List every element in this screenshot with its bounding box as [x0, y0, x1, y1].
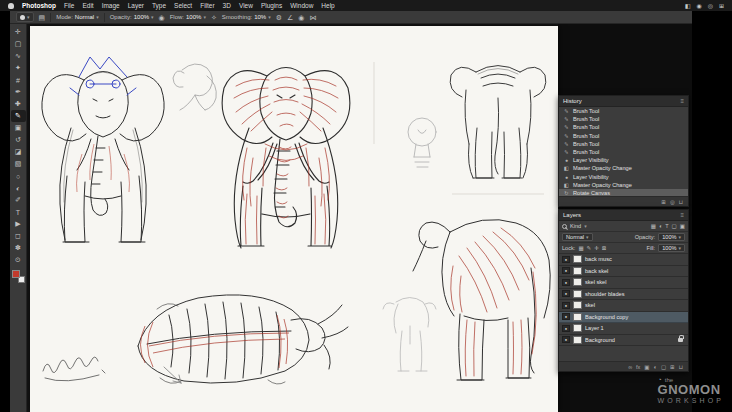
layer-row[interactable]: ●skel skel	[559, 277, 688, 289]
lock-position-icon[interactable]: ✛	[594, 245, 599, 251]
visibility-eye-icon[interactable]: ●	[562, 313, 570, 320]
layer-mask-icon[interactable]: ▣	[644, 364, 649, 370]
delete-state-icon[interactable]: ⊔	[679, 199, 683, 205]
blend-mode-select[interactable]: Normal ▾	[562, 233, 593, 241]
smoothing-field[interactable]: Smoothing: 10% ▾	[222, 14, 271, 20]
brush-preset-picker[interactable]: ▾	[16, 12, 34, 22]
menu-type[interactable]: Type	[152, 2, 166, 9]
visibility-eye-icon[interactable]: ●	[562, 279, 570, 286]
apple-logo-icon[interactable]	[8, 3, 14, 9]
layer-opacity-select[interactable]: 100% ▾	[658, 233, 685, 241]
lock-pixels-icon[interactable]: ✎	[587, 245, 592, 251]
crop-tool-button[interactable]: #	[11, 74, 26, 86]
visibility-eye-icon[interactable]: ●	[562, 267, 570, 274]
healing-tool-button[interactable]: ✚	[11, 98, 26, 110]
layer-thumbnail[interactable]	[573, 267, 582, 275]
history-step[interactable]: ✎Brush Tool	[559, 123, 688, 131]
layer-group-icon[interactable]: ▢	[661, 364, 666, 370]
history-step[interactable]: ✎Brush Tool	[559, 140, 688, 148]
airbrush-icon[interactable]: ✧	[211, 14, 217, 21]
filter-shape-layers-icon[interactable]: ▢	[672, 223, 677, 229]
eraser-tool-button[interactable]: ◪	[11, 146, 26, 158]
visibility-eye-icon[interactable]: ●	[562, 302, 570, 309]
filter-adjustment-layers-icon[interactable]: ◐	[659, 223, 662, 229]
layer-effects-icon[interactable]: fx	[636, 364, 640, 370]
flow-field[interactable]: Flow: 100% ▾	[170, 14, 206, 20]
history-step[interactable]: ◧Master Opacity Change	[559, 164, 688, 172]
foreground-color-swatch[interactable]	[12, 270, 20, 278]
pressure-size-icon[interactable]: ◉	[298, 14, 304, 21]
history-step[interactable]: ✎Brush Tool	[559, 107, 688, 115]
pen-tool-button[interactable]: ✐	[11, 194, 26, 206]
layer-thumbnail[interactable]	[573, 255, 582, 263]
blend-mode-field[interactable]: Mode: Normal ▾	[56, 14, 99, 20]
history-step[interactable]: ●Layer Visibility	[559, 156, 688, 164]
lock-transparency-icon[interactable]: ▦	[578, 245, 583, 251]
control-center-icon[interactable]: ⊞	[719, 2, 724, 9]
menu-layer[interactable]: Layer	[128, 2, 144, 9]
marquee-tool-button[interactable]: ▢	[11, 38, 26, 50]
new-snapshot-icon[interactable]: ◎	[670, 199, 675, 205]
lasso-tool-button[interactable]: ∿	[11, 50, 26, 62]
magic-wand-tool-button[interactable]: ✦	[11, 62, 26, 74]
layer-row[interactable]: ●Background	[559, 335, 688, 347]
menu-image[interactable]: Image	[102, 2, 120, 9]
zoom-tool-button[interactable]: ⊙	[11, 254, 26, 266]
opacity-field[interactable]: Opacity: 100% ▾	[110, 14, 154, 20]
filter-smart-objects-icon[interactable]: ▣	[680, 223, 685, 229]
smoothing-gear-icon[interactable]: ⚙	[276, 14, 282, 21]
layer-row[interactable]: ●skel	[559, 300, 688, 312]
brush-settings-toggle-icon[interactable]: ▤	[39, 14, 46, 21]
history-step[interactable]: ●Layer Visibility	[559, 173, 688, 181]
filter-kind-label[interactable]: Kind	[570, 223, 581, 229]
filter-type-layers-icon[interactable]: T	[665, 223, 668, 229]
clone-stamp-tool-button[interactable]: ▣	[11, 122, 26, 134]
document-canvas[interactable]	[30, 26, 558, 412]
menu-filter[interactable]: Filter	[200, 2, 214, 9]
history-step[interactable]: ◧Master Opacity Change	[559, 181, 688, 189]
menu-photoshop[interactable]: Photoshop	[22, 2, 56, 9]
menu-select[interactable]: Select	[174, 2, 192, 9]
menu-edit[interactable]: Edit	[82, 2, 93, 9]
battery-icon[interactable]: ◧	[685, 2, 691, 9]
panel-menu-icon[interactable]: ≡	[680, 212, 684, 218]
menu-plugins[interactable]: Plugins	[261, 2, 282, 9]
lock-all-icon[interactable]: ⊠	[602, 245, 607, 251]
layer-row[interactable]: ●Layer 1	[559, 323, 688, 335]
history-brush-tool-button[interactable]: ↺	[11, 134, 26, 146]
history-step[interactable]: ✎Brush Tool	[559, 115, 688, 123]
path-select-tool-button[interactable]: ▶	[11, 218, 26, 230]
wifi-icon[interactable]: ◉	[696, 2, 701, 9]
fill-select[interactable]: 100% ▾	[658, 244, 685, 252]
canvas-artwork[interactable]	[30, 26, 558, 412]
new-document-from-state-icon[interactable]: ⊞	[661, 199, 666, 205]
layer-row-selected[interactable]: ●Background copy	[559, 312, 688, 324]
adjustment-layer-icon[interactable]: ◐	[654, 364, 657, 370]
layer-thumbnail[interactable]	[573, 336, 582, 344]
move-tool-button[interactable]: ✛	[11, 26, 26, 38]
hand-tool-button[interactable]: ✽	[11, 242, 26, 254]
visibility-eye-icon[interactable]: ●	[562, 325, 570, 332]
type-tool-button[interactable]: T	[11, 206, 26, 218]
menu-window[interactable]: Window	[290, 2, 313, 9]
history-step[interactable]: ✎Brush Tool	[559, 148, 688, 156]
visibility-eye-icon[interactable]: ●	[562, 290, 570, 297]
menu-help[interactable]: Help	[321, 2, 334, 9]
link-layers-icon[interactable]: ∞	[628, 364, 632, 370]
menu-view[interactable]: View	[239, 2, 253, 9]
layer-row[interactable]: ●back skel	[559, 266, 688, 278]
brush-angle-icon[interactable]: ∠	[287, 14, 293, 21]
layer-thumbnail[interactable]	[573, 290, 582, 298]
shape-tool-button[interactable]: ◻	[11, 230, 26, 242]
visibility-eye-icon[interactable]: ●	[562, 336, 570, 343]
layer-thumbnail[interactable]	[573, 301, 582, 309]
gradient-tool-button[interactable]: ▧	[11, 158, 26, 170]
pressure-opacity-icon[interactable]: ◉	[159, 14, 165, 21]
layer-thumbnail[interactable]	[573, 278, 582, 286]
blur-tool-button[interactable]: ○	[11, 170, 26, 182]
history-step[interactable]: ✎Brush Tool	[559, 132, 688, 140]
layer-thumbnail[interactable]	[573, 313, 582, 321]
brush-tool-button[interactable]: ✎	[11, 110, 26, 122]
new-layer-icon[interactable]: ⊞	[670, 364, 675, 370]
paint-symmetry-icon[interactable]: ⋈	[309, 14, 316, 21]
